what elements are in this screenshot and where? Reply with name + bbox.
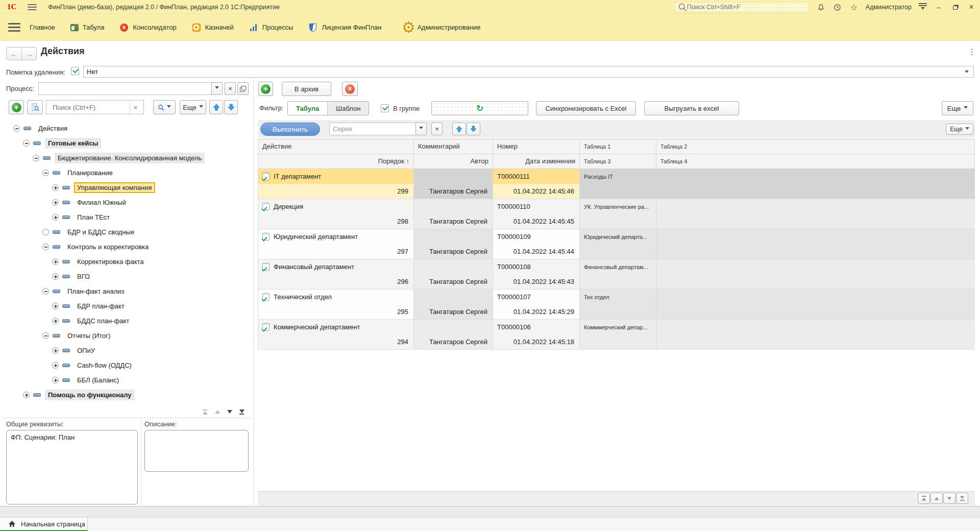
tree-item[interactable]: Отчеты (Итог) — [3, 328, 249, 343]
table-scroll-to-bottom-button[interactable] — [956, 493, 968, 504]
column-header-table3[interactable]: Таблица 3 — [580, 154, 656, 169]
sync-excel-button[interactable]: Синхронизировать с Excel — [536, 101, 636, 115]
tree-item[interactable]: Корректировка факта — [3, 254, 249, 269]
row-up-button[interactable] — [452, 123, 466, 135]
expand-icon[interactable] — [52, 303, 59, 309]
history-icon[interactable] — [833, 3, 842, 12]
move-up-button[interactable] — [209, 100, 223, 114]
description-box[interactable] — [144, 430, 249, 472]
process-input[interactable] — [38, 82, 212, 95]
table-row[interactable]: IT департаментТ00000111Расходы IT299Танг… — [258, 169, 975, 199]
minimize-button[interactable]: – — [934, 3, 943, 11]
add-action-button[interactable]: + — [258, 82, 273, 96]
global-search-field[interactable] — [687, 4, 799, 11]
move-down-button[interactable] — [224, 100, 238, 114]
column-header-comment[interactable]: Комментарий — [414, 139, 493, 154]
archive-button[interactable]: В архив — [282, 82, 331, 96]
service-menu-icon[interactable] — [919, 3, 927, 12]
table-scroll-down-button[interactable] — [943, 493, 955, 504]
column-header-table1[interactable]: Таблица 1 — [580, 139, 656, 154]
clear-search-icon[interactable]: × — [130, 101, 140, 114]
tree-item[interactable]: БДР план-факт — [3, 299, 249, 313]
tree-item[interactable]: БДДС план-факт — [3, 313, 249, 328]
tree-add-button[interactable]: + — [9, 100, 24, 114]
expand-icon[interactable] — [52, 214, 59, 221]
tree-item[interactable]: План-факт анализ — [3, 284, 249, 299]
more-menu-icon[interactable]: ⋮ — [968, 47, 976, 57]
row-down-button[interactable] — [467, 123, 480, 135]
process-open-button[interactable] — [237, 82, 249, 95]
table-row[interactable]: ДирекцияТ00000110УК. Управленческие ра..… — [258, 199, 975, 229]
table-row[interactable]: Коммерческий департаментТ00000106Комммер… — [258, 320, 975, 350]
favorites-star-icon[interactable]: ☆ — [849, 3, 859, 12]
column-header-author[interactable]: Автор — [414, 154, 493, 169]
collapse-icon[interactable] — [42, 170, 49, 176]
series-dropdown-button[interactable] — [415, 123, 427, 135]
tree-item[interactable]: ББЛ (Баланс) — [3, 373, 249, 388]
column-header-table4[interactable]: Таблица 4 — [656, 154, 975, 169]
collapse-icon[interactable] — [23, 140, 30, 147]
collapse-icon[interactable] — [42, 244, 49, 250]
main-menu-icon[interactable] — [28, 4, 37, 10]
tree-more-button[interactable]: Еще — [180, 100, 206, 114]
scroll-down-icon[interactable] — [226, 408, 233, 415]
collapse-icon[interactable] — [42, 288, 49, 295]
expand-icon[interactable] — [52, 318, 59, 324]
table-more-button[interactable]: Еще — [946, 124, 973, 135]
table-row[interactable]: Технический отделТ00000107Тех отдел295Та… — [258, 289, 975, 320]
process-dropdown-button[interactable] — [211, 82, 223, 95]
close-button[interactable]: × — [967, 3, 976, 12]
table-scroll-up-button[interactable] — [930, 493, 943, 504]
restore-button[interactable] — [950, 3, 960, 11]
process-clear-button[interactable]: × — [225, 82, 236, 95]
tree-item[interactable]: Помощь по функционалу — [3, 388, 249, 402]
current-user-label[interactable]: Администратор — [866, 4, 912, 11]
home-page-tab[interactable]: Начальная страница — [0, 518, 88, 531]
expand-icon[interactable] — [52, 199, 59, 206]
expand-icon[interactable] — [52, 347, 59, 354]
tree-item[interactable]: Готовые кейсы — [3, 136, 249, 151]
footer-splitter[interactable] — [141, 420, 141, 505]
scroll-to-top-icon[interactable] — [201, 408, 209, 415]
expand-icon[interactable] — [52, 377, 59, 383]
sections-menu-icon[interactable] — [8, 23, 20, 32]
notifications-bell-icon[interactable] — [817, 3, 826, 12]
deletion-mark-dropdown-icon[interactable] — [965, 70, 969, 75]
export-excel-button[interactable]: Выгрузить в excel — [644, 101, 739, 115]
table-scroll-to-top-button[interactable] — [918, 493, 930, 504]
collapse-icon[interactable] — [42, 332, 49, 339]
tree-item[interactable]: Бюджетирование. Консолидированная модель — [3, 151, 249, 165]
tree-item[interactable]: ВГО — [3, 269, 249, 284]
tree-item[interactable]: Планирование — [3, 165, 249, 180]
expand-icon[interactable] — [52, 273, 59, 280]
section-tabula[interactable]: Табула — [70, 23, 105, 31]
collapse-icon[interactable] — [33, 155, 39, 161]
column-header-date[interactable]: Дата изменения — [493, 154, 580, 169]
global-search-input[interactable] — [674, 2, 810, 13]
tree-item[interactable]: Управляющая компания — [3, 180, 249, 195]
section-kaznachey[interactable]: ККазначей — [192, 23, 234, 32]
column-header-action[interactable]: Действие — [258, 139, 414, 154]
collapse-icon[interactable] — [13, 125, 20, 132]
filter-more-button[interactable]: Еще — [942, 101, 973, 115]
tree-item[interactable]: Филиал Южный — [3, 195, 249, 210]
table-row[interactable]: Юридический департаментТ00000109Юридичес… — [258, 229, 975, 259]
table-row[interactable]: Финансовый департаментТ00000108Финансовы… — [258, 259, 975, 289]
forward-button[interactable]: → — [21, 47, 36, 60]
section-administrirovanie[interactable]: ⚙Администрирование — [404, 23, 480, 32]
scroll-to-bottom-icon[interactable] — [238, 408, 246, 415]
column-header-number[interactable]: Номер — [493, 139, 580, 154]
deletion-mark-input[interactable] — [83, 66, 974, 78]
filter-toggle-tabula[interactable]: Табула — [288, 102, 327, 115]
panel-splitter[interactable] — [253, 78, 254, 505]
tree-search-input[interactable] — [50, 104, 130, 111]
back-button[interactable]: ← — [7, 47, 21, 60]
section-processy[interactable]: Процессы — [249, 23, 293, 32]
column-header-order[interactable]: Порядок ↑ — [258, 154, 414, 169]
expand-icon[interactable] — [52, 258, 59, 265]
tree-footer-splitter[interactable] — [2, 418, 250, 418]
section-licenziya[interactable]: Лицензия ФинПлан — [308, 23, 381, 32]
column-header-table2[interactable]: Таблица 2 — [656, 139, 975, 154]
common-attrs-box[interactable]: ФП: Сценарии: План — [6, 430, 138, 504]
tree-item[interactable]: Действия — [3, 121, 249, 136]
